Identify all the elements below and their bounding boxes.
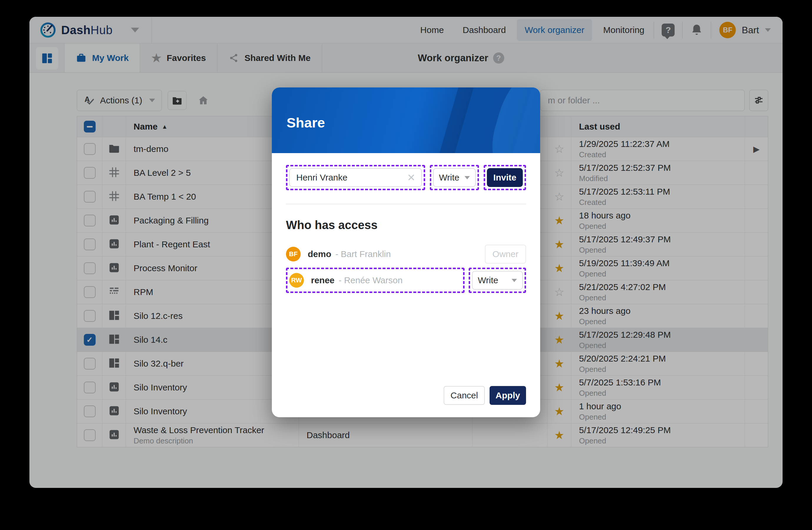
- annotation-invite-input: ✕: [286, 165, 425, 190]
- permission-value: Write: [478, 275, 498, 285]
- access-row-renee: RW renee - Renée Warson Write: [286, 268, 526, 293]
- select-chevron-down-icon: [512, 279, 517, 282]
- avatar: BF: [286, 247, 301, 262]
- share-modal: Share ✕ Write Invite: [272, 87, 540, 417]
- annotation-access-user: RW renee - Renée Warson: [286, 268, 465, 293]
- who-has-access-heading: Who has access: [286, 219, 526, 232]
- clear-input-icon[interactable]: ✕: [407, 172, 416, 183]
- permission-value: Write: [439, 172, 459, 183]
- access-permission-select[interactable]: Write: [472, 271, 523, 290]
- annotation-invite-button: Invite: [484, 165, 526, 190]
- access-username: demo: [308, 249, 331, 259]
- annotation-access-permission: Write: [469, 268, 526, 293]
- modal-title: Share: [287, 114, 325, 131]
- divider: [286, 204, 526, 204]
- annotation-permission-select: Write: [430, 165, 479, 190]
- share-modal-header: Share: [272, 87, 540, 153]
- invite-button[interactable]: Invite: [487, 168, 523, 187]
- apply-button[interactable]: Apply: [490, 386, 526, 405]
- select-chevron-down-icon: [465, 176, 470, 179]
- invite-user-input[interactable]: [289, 168, 422, 187]
- cancel-button[interactable]: Cancel: [444, 386, 485, 405]
- access-username: renee: [311, 275, 334, 285]
- access-fullname: - Renée Warson: [339, 275, 403, 285]
- app-window: DashHub Home Dashboard Work organizer Mo…: [29, 17, 783, 488]
- invite-row: ✕ Write Invite: [286, 165, 526, 190]
- access-row-demo: BF demo - Bart Franklin Owner: [286, 245, 526, 264]
- invite-permission-select[interactable]: Write: [433, 168, 476, 187]
- owner-permission-button: Owner: [485, 245, 526, 264]
- avatar: RW: [289, 273, 304, 288]
- access-fullname: - Bart Franklin: [335, 249, 391, 259]
- modal-footer: Cancel Apply: [286, 386, 526, 417]
